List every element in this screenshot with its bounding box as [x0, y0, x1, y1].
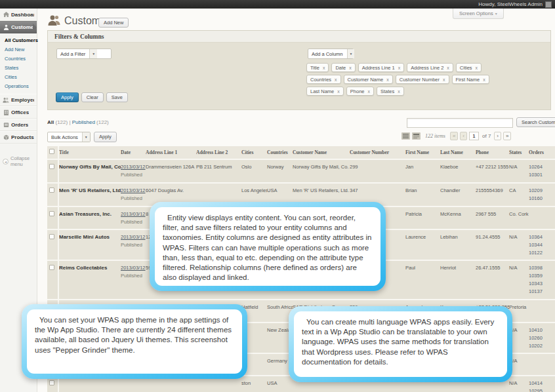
order-link[interactable]: 10301: [529, 171, 552, 179]
date-link[interactable]: 2013/03/12: [121, 265, 146, 271]
column-tag-customer-number: Customer Numberx: [396, 75, 449, 84]
sidebar-subitem-add-new[interactable]: Add New: [0, 45, 37, 54]
cell-date: 2013/03/12Published: [121, 184, 146, 206]
date-link[interactable]: 2013/03/12: [121, 187, 146, 193]
sidebar-item-offices[interactable]: Offices: [0, 106, 37, 119]
order-link[interactable]: 10295: [529, 387, 552, 392]
apply-filters-button[interactable]: Apply: [56, 92, 79, 102]
sidebar-item-orders[interactable]: Orders: [0, 119, 37, 131]
search-input[interactable]: [407, 118, 513, 128]
sidebar-item-dashboard[interactable]: Dashboard: [0, 9, 37, 21]
remove-tag-icon[interactable]: x: [337, 89, 340, 94]
column-header-customer-name[interactable]: Customer Name: [293, 146, 350, 159]
remove-tag-icon[interactable]: x: [323, 66, 325, 70]
row-checkbox[interactable]: [49, 211, 54, 216]
excerpt-view-icon[interactable]: [412, 132, 421, 140]
remove-tag-icon[interactable]: x: [335, 77, 337, 82]
remove-tag-icon[interactable]: x: [483, 77, 485, 82]
date-link[interactable]: 2013/03/12: [121, 234, 146, 240]
column-header-date[interactable]: Date: [121, 146, 146, 159]
column-header-title[interactable]: Title: [59, 146, 121, 159]
avatar[interactable]: [545, 1, 552, 8]
cell-title[interactable]: Men 'R' US Retailers, Ltd.: [59, 184, 121, 206]
cell-title[interactable]: Reims Collectables: [59, 261, 121, 299]
column-tag-label: Address Line 2: [411, 65, 443, 71]
order-link[interactable]: 10209: [529, 187, 552, 195]
bulk-apply-button[interactable]: Apply: [94, 132, 117, 142]
order-link[interactable]: 10137: [529, 288, 552, 296]
cell-title[interactable]: Marseille Mini Autos: [59, 230, 121, 260]
save-filters-button[interactable]: Save: [106, 92, 128, 102]
next-page-button[interactable]: ›: [494, 132, 501, 140]
column-header-countries[interactable]: Countries: [267, 146, 293, 159]
cell-orders: [529, 354, 554, 375]
add-new-button[interactable]: Add New: [98, 18, 129, 28]
sidebar-subitem-countries[interactable]: Countries: [0, 54, 37, 63]
list-view-icon[interactable]: [401, 132, 410, 140]
row-checkbox[interactable]: [49, 187, 54, 193]
sidebar-subitem-all-customers[interactable]: All Customers: [0, 35, 37, 45]
order-link[interactable]: 10122: [529, 249, 552, 257]
order-link[interactable]: 10344: [529, 241, 552, 249]
remove-tag-icon[interactable]: x: [476, 66, 478, 70]
prev-page-button[interactable]: ‹: [460, 132, 467, 140]
row-checkbox[interactable]: [49, 234, 54, 239]
cell-title[interactable]: Asian Treasures, Inc.: [59, 207, 121, 229]
column-header-orders[interactable]: Orders: [529, 146, 554, 159]
order-link[interactable]: 10414: [529, 380, 552, 387]
order-link[interactable]: 10398: [529, 264, 552, 272]
sidebar-subitem-operations[interactable]: Operations: [0, 81, 37, 90]
remove-tag-icon[interactable]: x: [386, 77, 389, 82]
remove-tag-icon[interactable]: x: [367, 89, 370, 94]
column-header-first-name[interactable]: First Name: [405, 146, 440, 159]
remove-tag-icon[interactable]: x: [349, 66, 352, 70]
row-checkbox[interactable]: [49, 164, 54, 169]
clear-filters-button[interactable]: Clear: [81, 92, 104, 102]
sidebar-item-products[interactable]: Products: [0, 131, 37, 144]
row-checkbox[interactable]: [49, 265, 54, 270]
all-link[interactable]: All: [47, 119, 54, 125]
column-header-states[interactable]: States: [509, 146, 529, 159]
sidebar-item-customers[interactable]: Customers: [0, 21, 37, 33]
current-page-input[interactable]: [469, 132, 479, 140]
order-link[interactable]: 10343: [529, 280, 552, 288]
search-customers-button[interactable]: Search Customers: [516, 117, 555, 127]
remove-tag-icon[interactable]: x: [447, 66, 449, 70]
collapse-menu-button[interactable]: ◂ Collapse menu: [0, 153, 37, 170]
sidebar-subitem-states[interactable]: States: [0, 63, 37, 72]
column-header-last-name[interactable]: Last Name: [440, 146, 476, 159]
remove-tag-icon[interactable]: x: [443, 77, 445, 82]
date-link[interactable]: 2013/03/12: [121, 164, 146, 170]
order-link[interactable]: 10359: [529, 272, 552, 280]
sidebar-subitem-cities[interactable]: Cities: [0, 72, 37, 81]
column-header-address-line-1[interactable]: Address Line 1: [146, 146, 196, 159]
remove-tag-icon[interactable]: x: [398, 89, 400, 94]
row-checkbox[interactable]: [49, 380, 54, 385]
order-link[interactable]: 10260: [529, 334, 552, 342]
column-header-phone[interactable]: Phone: [476, 146, 509, 159]
cell-title[interactable]: Norway Gifts By Mail, Co.: [59, 160, 121, 182]
filters-columns-panel: Filters & Columns Add a Filter ▼ Add a C…: [47, 30, 551, 110]
order-link[interactable]: 10364: [529, 233, 552, 241]
order-link[interactable]: 10264: [529, 163, 552, 171]
order-link[interactable]: 10160: [529, 195, 552, 203]
select-all-checkbox[interactable]: [49, 149, 54, 154]
howdy-user-link[interactable]: Howdy, SteelWheels Admin: [478, 1, 543, 7]
order-link[interactable]: 10202: [529, 342, 552, 350]
first-page-button[interactable]: «: [450, 132, 458, 140]
column-header-customer-number[interactable]: Customer Number: [350, 146, 405, 159]
add-filter-select[interactable]: Add a Filter ▼: [56, 49, 112, 59]
last-page-button[interactable]: »: [503, 132, 511, 140]
theme-callout: You can set your WPAS app theme in the a…: [22, 304, 247, 379]
column-header-cities[interactable]: Cities: [241, 146, 267, 159]
order-link[interactable]: 10410: [529, 326, 552, 334]
published-link[interactable]: Published: [72, 119, 95, 125]
column-tag-label: Customer Number: [400, 77, 440, 83]
bulk-actions-select[interactable]: Bulk Actions ▼: [47, 132, 91, 142]
column-header-address-line-2[interactable]: Address Line 2: [196, 146, 241, 159]
sidebar-item-employees[interactable]: Employees: [0, 94, 37, 106]
screen-options-tab[interactable]: Screen Options▾: [453, 9, 504, 19]
remove-tag-icon[interactable]: x: [398, 66, 401, 70]
date-link[interactable]: 2013/03/12: [121, 211, 146, 217]
add-column-select[interactable]: Add a Column ▼: [308, 49, 354, 59]
